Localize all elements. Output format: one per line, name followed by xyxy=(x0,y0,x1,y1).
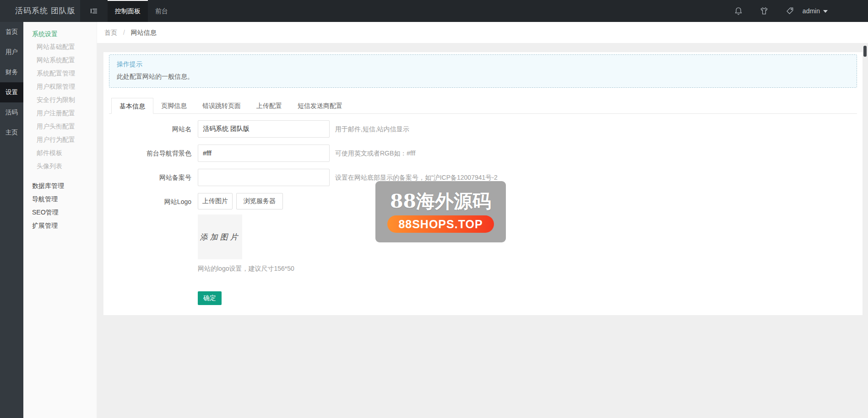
watermark-badge: 88SHOPS.TOP xyxy=(387,215,494,233)
menu-item-user-register-config[interactable]: 用户注册配置 xyxy=(23,107,97,120)
tab-error-redirect[interactable]: 错误跳转页面 xyxy=(195,98,249,113)
upload-image-button[interactable]: 上传图片 xyxy=(198,193,233,209)
sidebar-item-mainpage[interactable]: 主页 xyxy=(0,123,23,143)
sidebar-item-users[interactable]: 用户 xyxy=(0,42,23,62)
tab-sms-provider-config[interactable]: 短信发送商配置 xyxy=(290,98,350,113)
tag-button[interactable] xyxy=(777,0,803,22)
logo-controls: 上传图片 浏览服务器 添加图片 网站的logo设置，建议尺寸156*50 确定 xyxy=(198,193,294,305)
app-logo: 活码系统 团队版 xyxy=(0,0,80,22)
sitename-hint: 用于邮件,短信,站内信显示 xyxy=(335,120,409,138)
tab-upload-config[interactable]: 上传配置 xyxy=(249,98,290,113)
user-menu[interactable]: admin xyxy=(803,0,828,22)
navbar-color-label: 前台导航背景色 xyxy=(109,145,191,162)
collapse-sidebar-button[interactable] xyxy=(80,0,108,22)
tshirt-icon xyxy=(760,6,769,16)
navbar-color-input[interactable] xyxy=(198,145,330,162)
section-extension-mgmt[interactable]: 扩展管理 xyxy=(23,219,97,232)
user-name: admin xyxy=(803,7,820,15)
icp-label: 网站备案号 xyxy=(109,169,191,186)
sidebar-item-settings[interactable]: 设置 xyxy=(0,82,23,102)
add-image-placeholder[interactable]: 添加图片 xyxy=(198,214,242,259)
watermark-title: 88海外源码 xyxy=(390,191,491,212)
section-nav-mgmt[interactable]: 导航管理 xyxy=(23,193,97,206)
nav-item-dashboard[interactable]: 控制面板 xyxy=(108,0,148,22)
menu-item-mail-template[interactable]: 邮件模板 xyxy=(23,146,97,160)
breadcrumb-current: 网站信息 xyxy=(131,29,157,36)
breadcrumb: 首页 / 网站信息 xyxy=(97,22,868,43)
sidebar-item-home[interactable]: 首页 xyxy=(0,22,23,42)
chevron-down-icon xyxy=(823,10,828,13)
alert-title: 操作提示 xyxy=(117,60,849,69)
browse-server-button[interactable]: 浏览服务器 xyxy=(236,193,283,209)
logo-hint: 网站的logo设置，建议尺寸156*50 xyxy=(198,264,294,273)
topbar: 活码系统 团队版 控制面板 前台 xyxy=(0,0,868,22)
menu-item-user-title-config[interactable]: 用户头衔配置 xyxy=(23,120,97,133)
menu-item-site-basic-config[interactable]: 网站基础配置 xyxy=(23,40,97,54)
form-row-navbar-color: 前台导航背景色 可使用英文或者RGB如：#fff xyxy=(109,145,857,162)
menu-item-avatar-list[interactable]: 头像列表 xyxy=(23,160,97,173)
app-root: 活码系统 团队版 控制面板 前台 xyxy=(0,0,868,418)
nav-item-frontend[interactable]: 前台 xyxy=(148,0,175,22)
menu-item-system-config-mgmt[interactable]: 系统配置管理 xyxy=(23,67,97,80)
alert-body: 此处配置网站的一般信息。 xyxy=(117,73,849,81)
site-logo-label: 网站Logo xyxy=(109,193,191,210)
watermark-overlay: 88海外源码 88SHOPS.TOP xyxy=(375,181,506,242)
menu-item-site-system-config[interactable]: 网站系统配置 xyxy=(23,54,97,67)
tab-basic-info[interactable]: 基本信息 xyxy=(111,98,153,114)
menu-item-security-limit[interactable]: 安全行为限制 xyxy=(23,93,97,107)
section-system-settings[interactable]: 系统设置 xyxy=(23,27,97,40)
icp-input[interactable] xyxy=(198,169,330,186)
section-database-mgmt[interactable]: 数据库管理 xyxy=(23,179,97,193)
notifications-button[interactable] xyxy=(726,0,751,22)
add-image-placeholder-text: 添加图片 xyxy=(200,232,240,242)
tag-icon xyxy=(785,6,794,16)
menu-item-user-behavior-config[interactable]: 用户行为配置 xyxy=(23,133,97,146)
secondary-sidebar: 系统设置 网站基础配置 网站系统配置 系统配置管理 用户权限管理 安全行为限制 … xyxy=(23,22,97,418)
topbar-spacer xyxy=(175,0,726,22)
sitename-input[interactable] xyxy=(198,120,330,138)
collapsed-sections: 数据库管理 导航管理 SEO管理 扩展管理 xyxy=(23,179,97,232)
primary-sidebar: 首页 用户 财务 设置 活码 主页 xyxy=(0,22,23,418)
navbar-color-hint: 可使用英文或者RGB如：#fff xyxy=(335,145,415,162)
bell-icon xyxy=(734,6,743,16)
theme-button[interactable] xyxy=(751,0,777,22)
operation-tip-alert: 操作提示 此处配置网站的一般信息。 xyxy=(109,54,857,88)
confirm-button[interactable]: 确定 xyxy=(198,291,222,305)
outdent-icon xyxy=(89,6,98,16)
scrollbar-thumb[interactable] xyxy=(863,46,867,57)
settings-tabs: 基本信息 页脚信息 错误跳转页面 上传配置 短信发送商配置 xyxy=(109,98,857,114)
section-seo-mgmt[interactable]: SEO管理 xyxy=(23,206,97,219)
menu-item-user-permission-mgmt[interactable]: 用户权限管理 xyxy=(23,80,97,93)
form-row-sitename: 网站名 用于邮件,短信,站内信显示 xyxy=(109,120,857,138)
breadcrumb-home-link[interactable]: 首页 xyxy=(104,29,117,36)
sidebar-item-finance[interactable]: 财务 xyxy=(0,62,23,82)
tab-footer-info[interactable]: 页脚信息 xyxy=(153,98,195,113)
sitename-label: 网站名 xyxy=(109,120,191,138)
sidebar-item-livecode[interactable]: 活码 xyxy=(0,102,23,123)
breadcrumb-separator: / xyxy=(123,29,125,36)
